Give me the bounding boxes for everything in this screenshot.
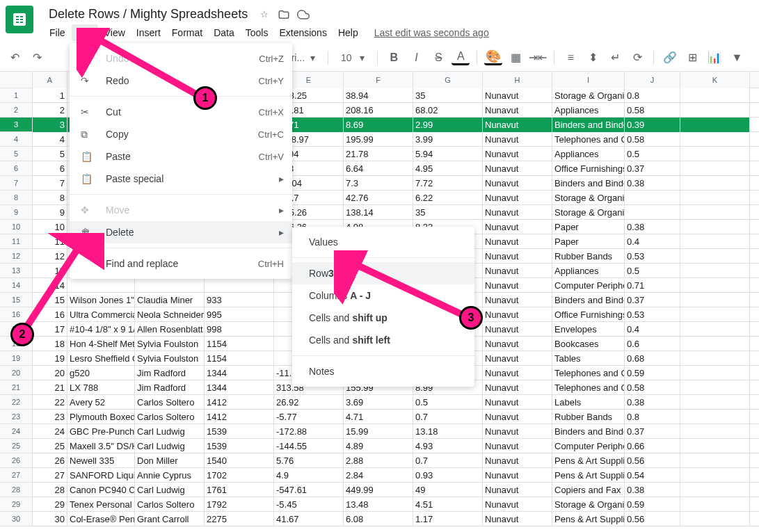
cell[interactable]: 21.78 xyxy=(344,147,413,161)
cell[interactable]: Nunavut xyxy=(483,176,552,191)
cell[interactable]: Nunavut xyxy=(483,88,552,103)
cell[interactable]: Telephones and Communication xyxy=(552,132,625,147)
cell[interactable]: Pens & Art Supplies xyxy=(552,468,625,483)
cell[interactable]: 995 xyxy=(205,307,274,322)
cell[interactable]: 8 xyxy=(33,191,67,205)
cell[interactable] xyxy=(680,191,750,205)
cell[interactable]: 7.3 xyxy=(344,176,413,191)
cell[interactable]: Avery 52 xyxy=(67,395,135,410)
strikethrough-button[interactable]: S xyxy=(429,49,447,67)
cell[interactable]: 28 xyxy=(33,483,67,497)
cell[interactable]: 0.38 xyxy=(625,483,680,497)
column-header-f[interactable]: F xyxy=(344,72,413,88)
sheets-logo[interactable] xyxy=(6,6,33,33)
cell[interactable]: 68.02 xyxy=(413,103,483,118)
cell[interactable]: 8.69 xyxy=(344,118,413,132)
cell[interactable]: 29 xyxy=(33,497,67,512)
cell[interactable]: 138.14 xyxy=(344,205,413,220)
cell[interactable] xyxy=(680,147,750,161)
cell[interactable]: Nunavut xyxy=(483,132,552,147)
edit-paste-special[interactable]: 📋Paste special▸ xyxy=(70,168,292,190)
cell[interactable]: 5.94 xyxy=(413,147,483,161)
edit-copy[interactable]: ⧉CopyCtrl+C xyxy=(70,123,292,145)
row-header[interactable]: 6 xyxy=(0,161,32,176)
cell[interactable]: 998 xyxy=(205,322,274,337)
cell[interactable]: 0.58 xyxy=(625,380,680,395)
cell[interactable]: Nunavut xyxy=(483,205,552,220)
cell[interactable]: 2.88 xyxy=(344,453,413,468)
select-all-corner[interactable] xyxy=(0,72,32,88)
menu-file[interactable]: File xyxy=(45,24,70,41)
cell[interactable]: Office Furnishings xyxy=(552,307,625,322)
row-header[interactable]: 30 xyxy=(0,512,32,526)
cell[interactable] xyxy=(680,132,750,147)
cell[interactable] xyxy=(680,410,750,424)
cell[interactable]: Lesro Sheffield Collection xyxy=(67,351,135,366)
cell[interactable]: 0.37 xyxy=(625,424,680,439)
cell[interactable]: Tenex Personal xyxy=(67,497,135,512)
column-header-j[interactable]: J xyxy=(625,72,680,88)
cell[interactable]: 20 xyxy=(33,366,67,380)
cell[interactable]: Nunavut xyxy=(483,118,552,132)
cell[interactable]: Paper xyxy=(552,234,625,249)
cell[interactable]: Bookcases xyxy=(552,337,625,351)
cell[interactable]: -172.88 xyxy=(274,424,344,439)
cell[interactable]: Storage & Organization xyxy=(552,191,625,205)
cell[interactable]: Carlos Soltero xyxy=(135,395,205,410)
cell[interactable]: 449.99 xyxy=(344,483,413,497)
cell[interactable]: 2.84 xyxy=(344,468,413,483)
cell[interactable]: Nunavut xyxy=(483,278,552,293)
cell[interactable]: 0.71 xyxy=(625,278,680,293)
cell[interactable]: 0.56 xyxy=(625,453,680,468)
cell[interactable]: 0.38 xyxy=(625,395,680,410)
star-icon[interactable]: ☆ xyxy=(257,8,271,22)
cell[interactable]: 1539 xyxy=(205,424,274,439)
cell[interactable]: Storage & Organization xyxy=(552,497,625,512)
cell[interactable] xyxy=(680,512,750,526)
cell[interactable]: 1412 xyxy=(205,410,274,424)
cell[interactable]: Carl Ludwig xyxy=(135,483,205,497)
cell[interactable]: 4 xyxy=(33,132,67,147)
cell[interactable]: Computer Peripherals xyxy=(552,439,625,453)
cell[interactable]: Newell 335 xyxy=(67,453,135,468)
cell[interactable]: 23 xyxy=(33,410,67,424)
cell[interactable]: 19 xyxy=(33,351,67,366)
row-header[interactable]: 29 xyxy=(0,497,32,512)
cell[interactable]: Nunavut xyxy=(483,103,552,118)
cell[interactable] xyxy=(680,497,750,512)
cell[interactable]: 30 xyxy=(33,512,67,526)
row-header[interactable]: 20 xyxy=(0,366,32,380)
cell[interactable]: 0.38 xyxy=(625,220,680,234)
cell[interactable]: Neola Schneider xyxy=(135,307,205,322)
cell[interactable]: Jim Radford xyxy=(135,366,205,380)
cell[interactable] xyxy=(680,264,750,278)
comment-button[interactable]: ⊞ xyxy=(683,49,701,67)
cell[interactable]: Telephones and Communication xyxy=(552,366,625,380)
cell[interactable]: 4.71 xyxy=(344,410,413,424)
cell[interactable]: Allen Rosenblatt xyxy=(135,322,205,337)
cell[interactable]: 26 xyxy=(33,453,67,468)
cell[interactable]: Binders and Binder Accessories xyxy=(552,118,625,132)
cell[interactable]: Appliances xyxy=(552,147,625,161)
cell[interactable]: 15.99 xyxy=(344,424,413,439)
cell[interactable]: 6.22 xyxy=(413,191,483,205)
cell[interactable]: Plymouth Boxed xyxy=(67,410,135,424)
cell[interactable]: GBC Pre-Punched xyxy=(67,424,135,439)
cell[interactable]: 1154 xyxy=(205,351,274,366)
cell[interactable]: Nunavut xyxy=(483,410,552,424)
cell[interactable]: 7.72 xyxy=(413,176,483,191)
cell[interactable]: 35 xyxy=(413,88,483,103)
cell[interactable]: 5 xyxy=(33,147,67,161)
cell[interactable]: 0.5 xyxy=(413,395,483,410)
cell[interactable]: 3.69 xyxy=(344,395,413,410)
cell[interactable] xyxy=(680,249,750,264)
cell[interactable]: Computer Peripherals xyxy=(552,278,625,293)
borders-button[interactable]: ▦ xyxy=(506,49,525,67)
cell[interactable]: 0.59 xyxy=(625,497,680,512)
row-header[interactable]: 10 xyxy=(0,220,32,234)
cell[interactable]: 13.18 xyxy=(413,424,483,439)
cell[interactable] xyxy=(680,278,750,293)
document-title[interactable]: Delete Rows / Mighty Spreadsheets xyxy=(45,6,252,23)
cell[interactable]: 5.76 xyxy=(274,453,344,468)
row-header[interactable]: 2 xyxy=(0,103,32,118)
